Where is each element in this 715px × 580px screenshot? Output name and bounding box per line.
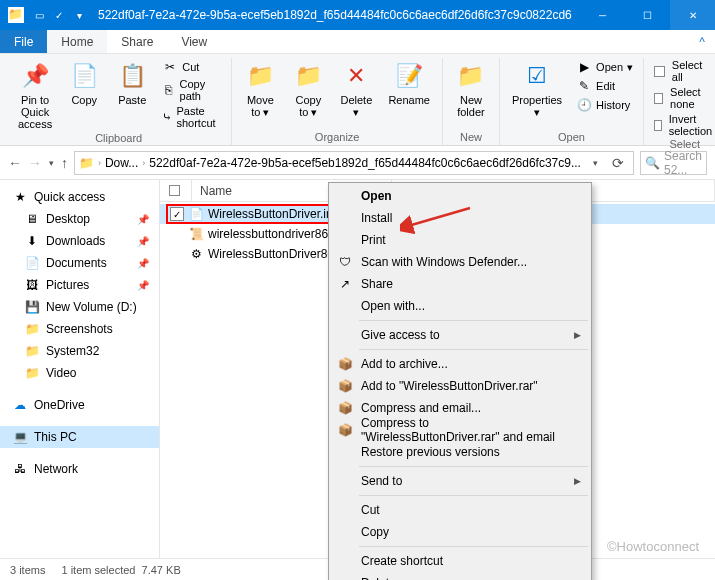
ctx-install[interactable]: Install (331, 207, 589, 229)
titlebar: 📁 ▭ ✓ ▾ 522df0af-7e2a-472e-9b5a-ecef5eb1… (0, 0, 715, 30)
sidebar-item-video[interactable]: 📁Video (0, 362, 159, 384)
rename-button[interactable]: 📝 Rename (382, 58, 436, 108)
properties-icon: ☑ (521, 60, 553, 92)
pin-icon: 📌 (137, 258, 149, 269)
ribbon: 📌 Pin to Quick access 📄 Copy 📋 Paste ✂Cu… (0, 54, 715, 146)
refresh-button[interactable]: ⟳ (607, 152, 629, 174)
search-input[interactable]: 🔍 Search 52... (640, 151, 707, 175)
sidebar-item-documents[interactable]: 📄Documents📌 (0, 252, 159, 274)
checkbox-icon (654, 66, 665, 77)
breadcrumb-seg[interactable]: 522df0af-7e2a-472e-9b5a-ecef5eb1892d_f65… (149, 156, 581, 170)
new-folder-button[interactable]: 📁 New folder (449, 58, 493, 120)
rename-icon: 📝 (393, 60, 425, 92)
move-to-button[interactable]: 📁 Move to ▾ (238, 58, 282, 120)
breadcrumb-seg[interactable]: Dow... (105, 156, 138, 170)
sidebar-this-pc[interactable]: 💻This PC (0, 426, 159, 448)
share-icon: ↗ (337, 276, 353, 292)
sidebar-item-system32[interactable]: 📁System32 (0, 340, 159, 362)
sys-file-icon: ⚙ (188, 246, 204, 262)
ctx-defender[interactable]: 🛡Scan with Windows Defender... (331, 251, 589, 273)
ribbon-collapse-button[interactable]: ^ (689, 30, 715, 53)
ctx-delete[interactable]: Delete (331, 572, 589, 580)
documents-icon: 📄 (24, 255, 40, 271)
invert-selection-button[interactable]: Invert selection (650, 112, 715, 138)
context-menu: Open Install Print 🛡Scan with Windows De… (328, 182, 592, 580)
back-button[interactable]: ← (8, 152, 22, 174)
delete-icon: ✕ (340, 60, 372, 92)
sidebar-item-pictures[interactable]: 🖼Pictures📌 (0, 274, 159, 296)
ctx-addrar[interactable]: 📦Add to "WirelessButtonDriver.rar" (331, 375, 589, 397)
tab-view[interactable]: View (167, 30, 221, 53)
paste-shortcut-button[interactable]: ⤷Paste shortcut (158, 104, 225, 130)
qa-properties-icon[interactable]: ▭ (30, 6, 48, 24)
file-menu[interactable]: File (0, 30, 47, 53)
address-dropdown[interactable]: ▾ (585, 152, 607, 174)
ctx-share[interactable]: ↗Share (331, 273, 589, 295)
up-button[interactable]: ↑ (61, 152, 68, 174)
ctx-openwith[interactable]: Open with... (331, 295, 589, 317)
chevron-right-icon: ▶ (574, 476, 581, 486)
ctx-addarchive[interactable]: 📦Add to archive... (331, 353, 589, 375)
sidebar-quick-access[interactable]: ★Quick access (0, 186, 159, 208)
cut-button[interactable]: ✂Cut (158, 58, 225, 76)
pc-icon: 💻 (12, 429, 28, 445)
scissors-icon: ✂ (162, 59, 178, 75)
sidebar-item-screenshots[interactable]: 📁Screenshots (0, 318, 159, 340)
qa-dropdown-icon[interactable]: ▾ (70, 6, 88, 24)
sidebar-item-desktop[interactable]: 🖥Desktop📌 (0, 208, 159, 230)
maximize-button[interactable]: ☐ (625, 0, 670, 30)
ctx-copy[interactable]: Copy (331, 521, 589, 543)
winrar-icon: 📦 (337, 422, 353, 438)
ctx-giveaccess[interactable]: Give access to▶ (331, 324, 589, 346)
ctx-restore[interactable]: Restore previous versions (331, 441, 589, 463)
sidebar-network[interactable]: 🖧Network (0, 458, 159, 480)
ribbon-group-clipboard: 📌 Pin to Quick access 📄 Copy 📋 Paste ✂Cu… (6, 58, 232, 145)
ctx-print[interactable]: Print (331, 229, 589, 251)
drive-icon: 💾 (24, 299, 40, 315)
address-bar[interactable]: 📁 › Dow... › 522df0af-7e2a-472e-9b5a-ece… (74, 151, 634, 175)
ctx-compressraremail[interactable]: 📦Compress to "WirelessButtonDriver.rar" … (331, 419, 589, 441)
window-title: 522df0af-7e2a-472e-9b5a-ecef5eb1892d_f65… (98, 8, 580, 22)
minimize-button[interactable]: ─ (580, 0, 625, 30)
new-folder-icon: 📁 (455, 60, 487, 92)
open-button[interactable]: ▶Open ▾ (572, 58, 637, 76)
col-checkbox[interactable] (160, 180, 192, 201)
ctx-cut[interactable]: Cut (331, 499, 589, 521)
copy-to-button[interactable]: 📁 Copy to ▾ (286, 58, 330, 120)
history-button[interactable]: 🕘History (572, 96, 637, 114)
copy-icon: 📄 (68, 60, 100, 92)
pin-quick-access-button[interactable]: 📌 Pin to Quick access (12, 58, 58, 132)
paste-button[interactable]: 📋 Paste (110, 58, 154, 108)
ribbon-group-select: Select all Select none Invert selection … (644, 58, 715, 145)
cloud-icon: ☁ (12, 397, 28, 413)
copy-button[interactable]: 📄 Copy (62, 58, 106, 108)
select-all-button[interactable]: Select all (650, 58, 715, 84)
history-icon: 🕘 (576, 97, 592, 113)
ctx-sendto[interactable]: Send to▶ (331, 470, 589, 492)
recent-dropdown[interactable]: ▾ (48, 152, 55, 174)
properties-button[interactable]: ☑ Properties ▾ (506, 58, 568, 120)
tab-home[interactable]: Home (47, 30, 107, 53)
edit-button[interactable]: ✎Edit (572, 77, 637, 95)
ctx-open[interactable]: Open (331, 185, 589, 207)
pin-icon: 📌 (137, 280, 149, 291)
pin-icon: 📌 (137, 214, 149, 225)
tab-share[interactable]: Share (107, 30, 167, 53)
sidebar-onedrive[interactable]: ☁OneDrive (0, 394, 159, 416)
folder-icon: 📁 (79, 156, 94, 170)
forward-button[interactable]: → (28, 152, 42, 174)
checkbox-icon[interactable]: ✓ (170, 207, 184, 221)
select-none-button[interactable]: Select none (650, 85, 715, 111)
move-icon: 📁 (244, 60, 276, 92)
network-icon: 🖧 (12, 461, 28, 477)
path-icon: ⎘ (162, 82, 175, 98)
copy-path-button[interactable]: ⎘Copy path (158, 77, 225, 103)
chevron-right-icon: ▶ (574, 330, 581, 340)
ctx-createshortcut[interactable]: Create shortcut (331, 550, 589, 572)
sidebar-item-downloads[interactable]: ⬇Downloads📌 (0, 230, 159, 252)
folder-icon: 📁 (8, 7, 24, 23)
delete-button[interactable]: ✕ Delete ▾ (334, 58, 378, 120)
close-button[interactable]: ✕ (670, 0, 715, 30)
qa-check-icon[interactable]: ✓ (50, 6, 68, 24)
sidebar-item-volume[interactable]: 💾New Volume (D:) (0, 296, 159, 318)
